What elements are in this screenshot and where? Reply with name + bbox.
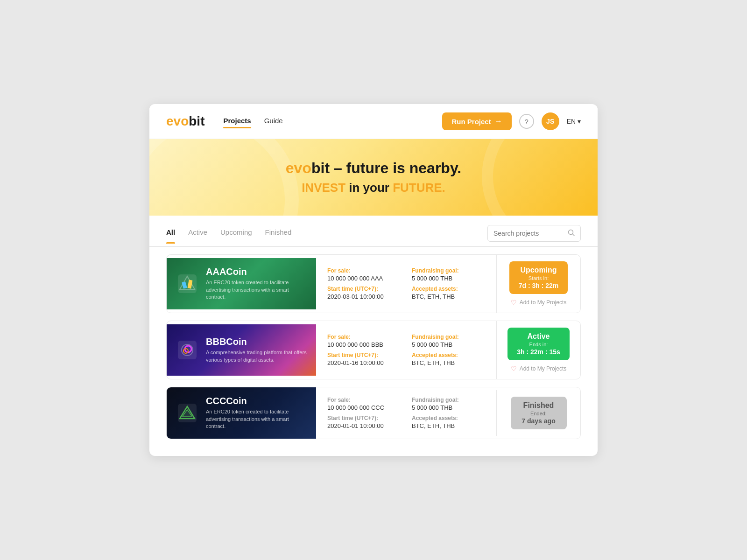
project-name-ccc: CCCCoin (206, 396, 307, 406)
status-title-bbb: Active (517, 332, 560, 341)
logo-bit: bit (189, 114, 204, 129)
for-sale-label-aaa: For sale: (327, 267, 401, 274)
status-sub-ccc: Ended: (520, 411, 557, 416)
for-sale-value-ccc: 10 000 000 000 CCC (327, 404, 401, 411)
fundraising-value-aaa: 5 000 000 THB (412, 275, 485, 282)
header-right: Run Project → ? JS EN ▾ (442, 112, 581, 130)
project-desc-ccc: An ERC20 token created to facilitate adv… (206, 408, 307, 430)
start-time-value-aaa: 2020-03-01 10:00:00 (327, 293, 401, 300)
fundraising-bbb: Fundraising goal: 5 000 000 THB (412, 334, 485, 348)
banner: evobit – future is nearby. INVEST in you… (149, 139, 598, 216)
projects-list: AAACoin An ERC20 token created to facili… (149, 247, 598, 456)
search-input[interactable] (493, 230, 564, 237)
status-badge-ccc: Finished Ended: 7 days ago (511, 397, 567, 429)
search-box[interactable] (487, 225, 581, 242)
project-details-bbb: For sale: 10 000 000 000 BBB Fundraising… (316, 327, 496, 373)
filter-active[interactable]: Active (188, 228, 207, 244)
start-time-value-ccc: 2020-01-01 10:00:00 (327, 422, 401, 429)
start-time-ccc: Start time (UTC+7): 2020-01-01 10:00:00 (327, 415, 401, 429)
banner-invest: INVEST (302, 181, 345, 195)
status-title-ccc: Finished (520, 401, 557, 410)
accepted-aaa: Accepted assets: BTC, ETH, THB (412, 286, 485, 300)
accepted-bbb: Accepted assets: BTC, ETH, THB (412, 352, 485, 366)
add-to-projects-bbb[interactable]: ♡ Add to My Projects (511, 365, 567, 372)
project-card-bbb: BBBCoin A comprehensive trading platform… (166, 321, 581, 379)
fundraising-value-ccc: 5 000 000 THB (412, 404, 485, 411)
filter-bar: All Active Upcoming Finished (149, 216, 598, 247)
project-logo-bbb (176, 339, 198, 361)
for-sale-value-aaa: 10 000 000 000 AAA (327, 275, 401, 282)
run-project-button[interactable]: Run Project → (442, 112, 511, 130)
for-sale-bbb: For sale: 10 000 000 000 BBB (327, 334, 401, 348)
accepted-value-bbb: BTC, ETH, THB (412, 359, 485, 366)
project-banner-bbb: BBBCoin A comprehensive trading platform… (167, 324, 316, 376)
accepted-label-aaa: Accepted assets: (412, 286, 485, 292)
language-selector[interactable]: EN ▾ (567, 118, 581, 125)
banner-bit: bit (311, 160, 330, 176)
logo-evo: evo (166, 114, 189, 129)
banner-title: evobit – future is nearby. (166, 160, 581, 177)
for-sale-label-bbb: For sale: (327, 334, 401, 340)
accepted-value-aaa: BTC, ETH, THB (412, 293, 485, 300)
banner-subtitle: INVEST in your FUTURE. (166, 181, 581, 195)
for-sale-ccc: For sale: 10 000 000 000 CCC (327, 397, 401, 411)
accepted-label-ccc: Accepted assets: (412, 415, 485, 421)
header: evobit Projects Guide Run Project → ? JS… (149, 104, 598, 139)
for-sale-aaa: For sale: 10 000 000 000 AAA (327, 267, 401, 282)
project-info-banner-ccc: CCCCoin An ERC20 token created to facili… (206, 396, 307, 430)
add-to-projects-aaa[interactable]: ♡ Add to My Projects (511, 299, 567, 306)
svg-line-1 (573, 234, 575, 236)
status-sub-aaa: Starts in: (519, 275, 559, 281)
accepted-label-bbb: Accepted assets: (412, 352, 485, 358)
status-badge-aaa: Upcoming Starts in: 7d : 3h : 22m (509, 261, 568, 294)
fundraising-label-ccc: Fundraising goal: (412, 397, 485, 403)
accepted-value-ccc: BTC, ETH, THB (412, 422, 485, 429)
fundraising-aaa: Fundraising goal: 5 000 000 THB (412, 267, 485, 282)
start-time-label-bbb: Start time (UTC+7): (327, 352, 401, 358)
project-logo-ccc (176, 402, 198, 424)
fundraising-value-bbb: 5 000 000 THB (412, 341, 485, 348)
project-name-bbb: BBBCoin (206, 336, 307, 347)
project-name-aaa: AAACoin (206, 266, 307, 277)
start-time-label-ccc: Start time (UTC+7): (327, 415, 401, 421)
status-time-ccc: 7 days ago (520, 417, 557, 425)
nav-projects[interactable]: Projects (223, 117, 251, 126)
start-time-bbb: Start time (UTC+7): 2020-01-16 10:00:00 (327, 352, 401, 366)
app-container: evobit Projects Guide Run Project → ? JS… (149, 104, 598, 456)
status-badge-bbb: Active Ends in: 3h : 22m : 15s (507, 328, 570, 360)
banner-future: FUTURE. (393, 181, 445, 195)
filter-all[interactable]: All (166, 228, 175, 244)
nav-guide[interactable]: Guide (264, 117, 283, 126)
banner-tagline: – future is nearby. (330, 160, 461, 176)
search-icon (568, 229, 575, 238)
for-sale-label-ccc: For sale: (327, 397, 401, 403)
start-time-value-bbb: 2020-01-16 10:00:00 (327, 359, 401, 366)
help-button[interactable]: ? (519, 114, 534, 129)
project-logo-aaa (176, 273, 198, 295)
filter-upcoming[interactable]: Upcoming (220, 228, 252, 244)
fundraising-ccc: Fundraising goal: 5 000 000 THB (412, 397, 485, 411)
svg-rect-6 (178, 341, 197, 359)
project-details-ccc: For sale: 10 000 000 000 CCC Fundraising… (316, 390, 496, 436)
status-time-aaa: 7d : 3h : 22m (519, 282, 559, 289)
status-title-aaa: Upcoming (519, 266, 559, 274)
arrow-icon: → (495, 117, 502, 126)
project-desc-bbb: A comprehensive trading platform that of… (206, 349, 307, 364)
project-info-banner-bbb: BBBCoin A comprehensive trading platform… (206, 336, 307, 364)
filter-finished[interactable]: Finished (265, 228, 292, 244)
filter-tabs: All Active Upcoming Finished (166, 228, 487, 244)
avatar[interactable]: JS (542, 112, 559, 130)
banner-in-your: in your (349, 181, 393, 195)
fundraising-label-aaa: Fundraising goal: (412, 267, 485, 274)
project-banner-aaa: AAACoin An ERC20 token created to facili… (167, 258, 316, 309)
status-time-bbb: 3h : 22m : 15s (517, 348, 560, 356)
project-card-aaa: AAACoin An ERC20 token created to facili… (166, 254, 581, 313)
project-desc-aaa: An ERC20 token created to facilitate adv… (206, 279, 307, 301)
nav: Projects Guide (223, 117, 442, 126)
project-details-aaa: For sale: 10 000 000 000 AAA Fundraising… (316, 261, 496, 307)
logo: evobit (166, 114, 204, 129)
fundraising-label-bbb: Fundraising goal: (412, 334, 485, 340)
heart-icon-aaa: ♡ (511, 299, 517, 306)
project-info-banner-aaa: AAACoin An ERC20 token created to facili… (206, 266, 307, 301)
heart-icon-bbb: ♡ (511, 365, 517, 372)
